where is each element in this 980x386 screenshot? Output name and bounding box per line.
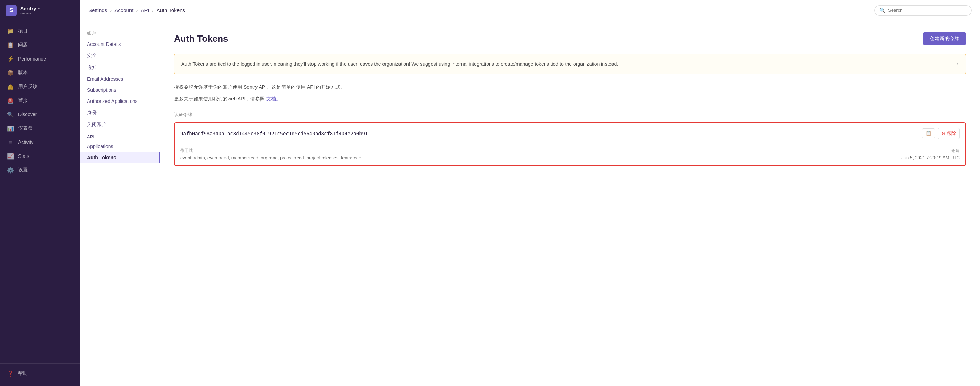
chevron-down-icon: ▾ xyxy=(38,6,40,10)
left-panel-security[interactable]: 安全 xyxy=(80,50,160,62)
sidebar-item-label: Activity xyxy=(18,140,33,145)
breadcrumb-api[interactable]: API xyxy=(141,7,149,13)
left-panel-api-section: API xyxy=(80,130,160,141)
search-box[interactable]: 🔍 xyxy=(874,5,972,16)
breadcrumb-current: Auth Tokens xyxy=(157,7,185,13)
sidebar-logo: S xyxy=(6,5,17,16)
sidebar-item-label: 仪表盘 xyxy=(18,125,33,132)
content-wrapper: 账户 Account Details 安全 通知 Email Addresses… xyxy=(80,21,980,386)
token-actions: 📋 ⊖ 移除 xyxy=(922,128,960,139)
token-section-title: 认证令牌 xyxy=(174,112,966,121)
search-icon: 🔍 xyxy=(880,8,885,13)
docs-link[interactable]: 文档。 xyxy=(266,96,281,102)
settings-icon: ⚙️ xyxy=(7,167,14,173)
sidebar-item-dashboards[interactable]: 📊 仪表盘 xyxy=(0,121,80,135)
remove-token-button[interactable]: ⊖ 移除 xyxy=(938,128,960,139)
sidebar-item-stats[interactable]: 📈 Stats xyxy=(0,149,80,163)
sidebar-item-label: 项目 xyxy=(18,28,28,34)
left-panel-subscriptions[interactable]: Subscriptions xyxy=(80,84,160,95)
copy-token-button[interactable]: 📋 xyxy=(922,128,935,138)
alerts-icon: 🚨 xyxy=(7,97,14,104)
warning-arrow-icon[interactable]: › xyxy=(957,60,959,67)
left-panel-email-addresses[interactable]: Email Addresses xyxy=(80,73,160,84)
sidebar-item-label: Performance xyxy=(18,56,46,62)
projects-icon: 📁 xyxy=(7,27,14,35)
warning-text: Auth Tokens are tied to the logged in us… xyxy=(181,60,953,68)
sidebar-bottom: ❓ 帮助 xyxy=(0,364,80,386)
sidebar-item-label: 帮助 xyxy=(18,370,28,376)
sidebar-item-label: 警报 xyxy=(18,97,28,103)
releases-icon: 📦 xyxy=(7,69,14,76)
left-panel-auth-tokens[interactable]: Auth Tokens xyxy=(80,152,160,163)
left-panel-applications[interactable]: Applications xyxy=(80,141,160,152)
sidebar-header: S Sentry ▾ •••••••• xyxy=(0,0,80,21)
token-card: 9afb0adf98a340b1bc8d1445e38f01921c5ec1d5… xyxy=(174,122,966,166)
sidebar-item-label: Stats xyxy=(18,153,29,159)
sidebar-item-projects[interactable]: 📁 项目 xyxy=(0,24,80,38)
sidebar-item-help[interactable]: ❓ 帮助 xyxy=(0,367,80,380)
token-value-row: 9afb0adf98a340b1bc8d1445e38f01921c5ec1d5… xyxy=(175,123,966,144)
dashboards-icon: 📊 xyxy=(7,125,14,132)
activity-icon: ≡ xyxy=(7,139,14,146)
remove-icon: ⊖ xyxy=(942,131,945,136)
page-content: Auth Tokens 创建新的令牌 Auth Tokens are tied … xyxy=(160,21,980,386)
copy-icon: 📋 xyxy=(926,131,931,136)
sidebar-item-issues[interactable]: 📋 问题 xyxy=(0,38,80,52)
left-panel-close-account[interactable]: 关闭账户 xyxy=(80,119,160,130)
token-meta-scopes: 作用域 event:admin, event:read, member:read… xyxy=(180,148,901,160)
breadcrumb-settings[interactable]: Settings xyxy=(88,7,107,13)
left-panel-notifications[interactable]: 通知 xyxy=(80,62,160,73)
sidebar-item-alerts[interactable]: 🚨 警报 xyxy=(0,94,80,108)
sidebar-item-activity[interactable]: ≡ Activity xyxy=(0,135,80,149)
sidebar-item-performance[interactable]: ⚡ Performance xyxy=(0,52,80,66)
scopes-label: 作用域 xyxy=(180,148,901,154)
breadcrumb-account[interactable]: Account xyxy=(115,7,133,13)
token-section: 认证令牌 9afb0adf98a340b1bc8d1445e38f01921c5… xyxy=(174,112,966,166)
stats-icon: 📈 xyxy=(7,152,14,160)
sidebar-item-label: 设置 xyxy=(18,167,28,173)
token-meta-row: 作用域 event:admin, event:read, member:read… xyxy=(175,144,966,165)
left-panel-identity[interactable]: 身份 xyxy=(80,107,160,119)
sidebar-item-label: 用户反馈 xyxy=(18,83,38,90)
sidebar-item-label: 版本 xyxy=(18,70,28,76)
left-panel: 账户 Account Details 安全 通知 Email Addresses… xyxy=(80,21,160,386)
main-area: Settings › Account › API › Auth Tokens 🔍… xyxy=(80,0,980,386)
sidebar-item-releases[interactable]: 📦 版本 xyxy=(0,66,80,79)
breadcrumb-sep-3: › xyxy=(152,7,154,13)
left-panel-authorized-applications[interactable]: Authorized Applications xyxy=(80,95,160,107)
help-icon: ❓ xyxy=(7,370,14,377)
topbar: Settings › Account › API › Auth Tokens 🔍 xyxy=(80,0,980,21)
sidebar-item-label: 问题 xyxy=(18,42,28,48)
description-1: 授权令牌允许基于你的账户使用 Sentry API。这是简单的使用 API 的开… xyxy=(174,83,966,91)
left-panel-account-details[interactable]: Account Details xyxy=(80,39,160,50)
sidebar-item-label: Discover xyxy=(18,112,37,117)
breadcrumb: Settings › Account › API › Auth Tokens xyxy=(88,7,185,13)
token-meta-created: 创建 Jun 5, 2021 7:29:19 AM UTC xyxy=(901,148,960,160)
create-token-button[interactable]: 创建新的令牌 xyxy=(923,32,966,45)
feedback-icon: 🔔 xyxy=(7,83,14,90)
left-panel-section-title: 账户 xyxy=(80,28,160,39)
sidebar-org-name[interactable]: Sentry ▾ xyxy=(20,6,40,11)
sidebar-nav: 📁 项目 📋 问题 ⚡ Performance 📦 版本 🔔 用户反馈 🚨 警报… xyxy=(0,21,80,364)
sidebar-user-info: •••••••• xyxy=(20,11,40,16)
created-label: 创建 xyxy=(901,148,960,154)
sidebar-item-user-feedback[interactable]: 🔔 用户反馈 xyxy=(0,79,80,94)
created-value: Jun 5, 2021 7:29:19 AM UTC xyxy=(901,155,960,160)
page-title: Auth Tokens xyxy=(174,33,228,44)
scopes-value: event:admin, event:read, member:read, or… xyxy=(180,155,901,160)
discover-icon: 🔍 xyxy=(7,111,14,118)
warning-banner: Auth Tokens are tied to the logged in us… xyxy=(174,54,966,75)
issues-icon: 📋 xyxy=(7,41,14,48)
search-input[interactable] xyxy=(888,8,966,13)
description-2: 更多关于如果使用我们的web API，请参照 文档。 xyxy=(174,95,966,103)
sidebar-item-settings[interactable]: ⚙️ 设置 xyxy=(0,163,80,177)
sidebar: S Sentry ▾ •••••••• 📁 项目 📋 问题 ⚡ Performa… xyxy=(0,0,80,386)
page-header: Auth Tokens 创建新的令牌 xyxy=(174,32,966,45)
token-value: 9afb0adf98a340b1bc8d1445e38f01921c5ec1d5… xyxy=(180,131,918,136)
remove-label: 移除 xyxy=(947,130,956,137)
sidebar-item-discover[interactable]: 🔍 Discover xyxy=(0,108,80,121)
breadcrumb-sep-2: › xyxy=(136,7,138,13)
breadcrumb-sep-1: › xyxy=(110,7,112,13)
performance-icon: ⚡ xyxy=(7,55,14,62)
